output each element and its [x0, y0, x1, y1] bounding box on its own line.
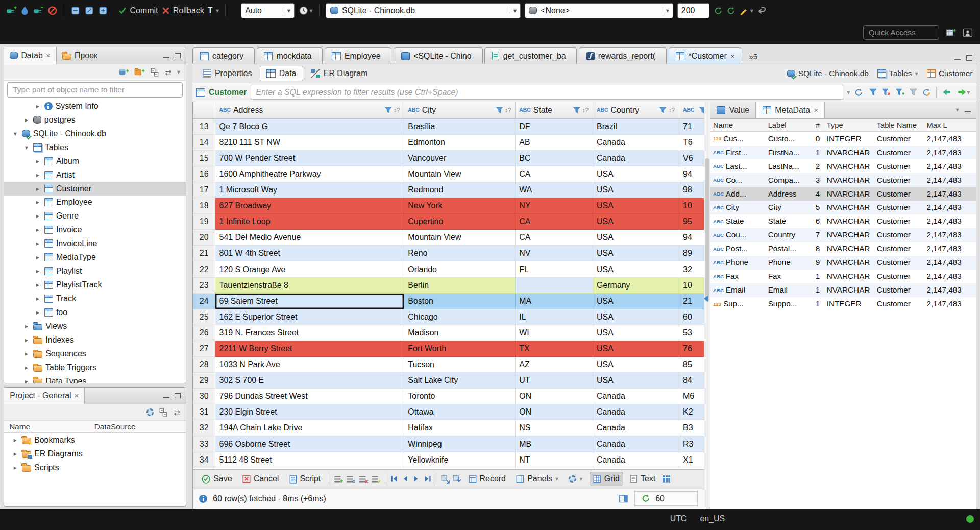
- view-menu-icon[interactable]: ▾: [177, 69, 180, 75]
- cell-state[interactable]: FL: [516, 261, 593, 277]
- cell-country[interactable]: Canada: [593, 404, 679, 420]
- transaction-timer-icon[interactable]: ▾: [299, 6, 313, 16]
- tree-item[interactable]: ▸ postgres: [4, 113, 186, 127]
- sort-icon[interactable]: ↕?: [668, 107, 675, 114]
- cell-city[interactable]: Chicago: [404, 309, 516, 325]
- cell-country[interactable]: Canada: [593, 151, 679, 166]
- cell-state[interactable]: AZ: [516, 357, 593, 373]
- breadcrumb-database[interactable]: SQLite - Chinook.db: [787, 69, 869, 78]
- cell-country[interactable]: USA: [593, 373, 679, 389]
- collapse-all-icon[interactable]: [159, 408, 168, 417]
- cell-city[interactable]: Fort Worth: [404, 341, 516, 357]
- cell-address[interactable]: 1 Microsoft Way: [215, 182, 404, 198]
- cell-city[interactable]: Halifax: [404, 420, 516, 436]
- tree-item[interactable]: ▾ Tables: [4, 140, 186, 154]
- database-combo[interactable]: SQLite - Chinook.db▾: [326, 3, 521, 18]
- tree-item[interactable]: ▸ foo: [4, 305, 186, 319]
- row-number[interactable]: 20: [193, 230, 215, 246]
- row-number[interactable]: 28: [193, 357, 215, 373]
- cell-country[interactable]: USA: [593, 357, 679, 373]
- refresh-settings-icon[interactable]: [922, 88, 931, 97]
- cell-country[interactable]: USA: [593, 166, 679, 182]
- cell-state[interactable]: MA: [516, 294, 593, 309]
- minimize-icon[interactable]: [163, 393, 169, 398]
- commit-button[interactable]: Commit: [118, 6, 158, 15]
- tree-item[interactable]: ▸ Data Types: [4, 374, 186, 382]
- cell-postal[interactable]: 94: [679, 166, 704, 182]
- fetch-size-input[interactable]: [677, 3, 710, 18]
- editor-tab[interactable]: category: [192, 47, 255, 64]
- cell-address[interactable]: 8210 111 ST NW: [215, 135, 404, 151]
- dba-perspective-icon[interactable]: [963, 28, 973, 38]
- column-header[interactable]: ABC Country ↕?: [593, 102, 679, 118]
- expand-arrow-icon[interactable]: ▸: [12, 464, 18, 471]
- cell-postal[interactable]: 94: [679, 230, 704, 246]
- row-number[interactable]: 22: [193, 261, 215, 277]
- schema-combo[interactable]: <None>▾: [525, 3, 673, 18]
- cell-address[interactable]: 627 Broadway: [215, 198, 404, 214]
- refresh-icon[interactable]: [854, 88, 863, 97]
- previous-page-icon[interactable]: [402, 475, 409, 483]
- recent-sql-editor-icon[interactable]: [98, 6, 108, 16]
- cell-state[interactable]: NS: [516, 420, 593, 436]
- metadata-row[interactable]: ABCCity City 5 NVARCHAR Customer 2,147,4…: [710, 201, 976, 214]
- cell-postal[interactable]: 10: [679, 278, 704, 294]
- expand-arrow-icon[interactable]: ▸: [34, 212, 41, 220]
- cell-state[interactable]: UT: [516, 373, 593, 389]
- metadata-row[interactable]: ABCPhone Phone 9 NVARCHAR Customer 2,147…: [710, 256, 976, 270]
- minimize-icon[interactable]: [954, 56, 961, 61]
- cell-postal[interactable]: R3: [679, 436, 704, 452]
- grid-corner[interactable]: [193, 102, 215, 118]
- sql-editor-icon[interactable]: [70, 6, 81, 16]
- filter-history-icon[interactable]: ▾: [847, 89, 850, 95]
- expand-arrow-icon[interactable]: ▾: [12, 130, 18, 137]
- row-number[interactable]: 30: [193, 389, 215, 404]
- expand-arrow-icon[interactable]: ▾: [23, 144, 30, 151]
- panels-button[interactable]: Panels▾: [512, 472, 562, 486]
- tree-item[interactable]: ▸ Customer: [4, 182, 186, 196]
- cell-city[interactable]: Brasília: [404, 119, 516, 135]
- cell-city[interactable]: Cupertino: [404, 214, 516, 230]
- cell-address[interactable]: 541 Del Medio Avenue: [215, 230, 404, 246]
- filter-custom-icon[interactable]: [910, 88, 917, 96]
- cell-address[interactable]: 2211 W Berry Street: [215, 341, 404, 357]
- row-number[interactable]: 23: [193, 278, 215, 294]
- refresh-count-icon[interactable]: [641, 494, 650, 503]
- metadata-row[interactable]: ABCCou... Country 7 NVARCHAR Customer 2,…: [710, 228, 976, 242]
- navigator-filter-input[interactable]: [7, 82, 182, 97]
- cell-state[interactable]: WI: [516, 325, 593, 341]
- duplicate-row-icon[interactable]: [346, 475, 355, 484]
- cell-city[interactable]: Berlin: [404, 278, 516, 294]
- cell-city[interactable]: Vancouver: [404, 151, 516, 166]
- breadcrumb-entity[interactable]: Customer: [927, 69, 973, 78]
- text-view-button[interactable]: Text: [626, 472, 659, 486]
- sync-connection-icon[interactable]: [714, 6, 723, 15]
- tree-item[interactable]: ▾ SQLite - Chinook.db: [4, 127, 186, 140]
- metadata-column-header[interactable]: Label: [766, 119, 813, 132]
- cell-city[interactable]: Salt Lake City: [404, 373, 516, 389]
- tab-projects[interactable]: Проек: [57, 47, 103, 64]
- cell-country[interactable]: USA: [593, 198, 679, 214]
- panel-toggle-icon[interactable]: [619, 495, 628, 503]
- metadata-column-header[interactable]: #: [813, 119, 824, 132]
- expand-arrow-icon[interactable]: ▸: [23, 336, 30, 344]
- disconnect-icon[interactable]: [47, 6, 58, 16]
- metadata-row[interactable]: ABCFax Fax 1 NVARCHAR Customer 2,147,483: [710, 270, 976, 283]
- cell-address[interactable]: 120 S Orange Ave: [215, 261, 404, 277]
- editor-tab[interactable]: Employee: [325, 47, 392, 64]
- first-page-icon[interactable]: [390, 475, 399, 483]
- last-page-icon[interactable]: [423, 475, 432, 483]
- cell-city[interactable]: Edmonton: [404, 135, 516, 151]
- cell-city[interactable]: Ottawa: [404, 404, 516, 420]
- metadata-row[interactable]: ABCLast... LastNa... 2 NVARCHAR Customer…: [710, 159, 976, 173]
- row-number[interactable]: 24: [193, 294, 215, 309]
- link-with-editor-icon[interactable]: ⇄: [165, 68, 171, 77]
- minimize-icon[interactable]: [965, 108, 971, 113]
- tree-item[interactable]: ▸ Employee: [4, 196, 186, 209]
- quick-access-input[interactable]: [863, 25, 939, 40]
- cell-address[interactable]: 1 Infinite Loop: [215, 214, 404, 230]
- gear-icon[interactable]: [146, 408, 154, 416]
- maximize-icon[interactable]: [966, 55, 972, 61]
- chevron-down-icon[interactable]: ▾: [955, 107, 959, 113]
- tab-metadata[interactable]: MetaData×: [755, 102, 825, 118]
